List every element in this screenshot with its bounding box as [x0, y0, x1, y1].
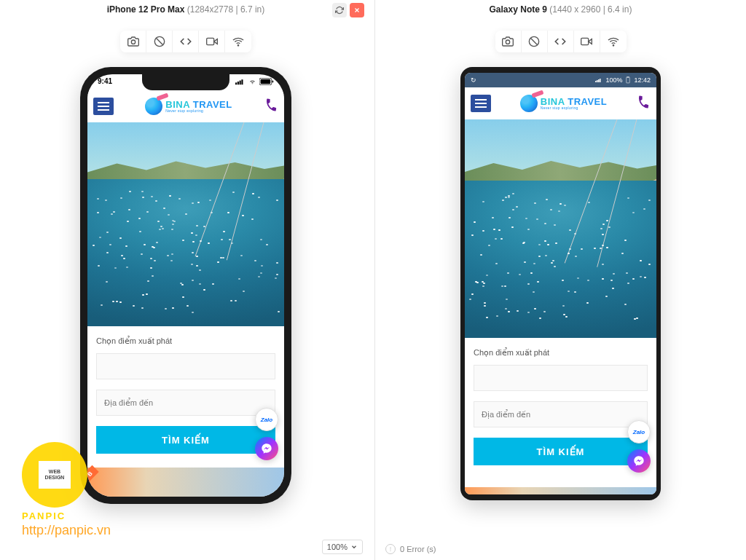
svg-rect-19: [595, 81, 597, 82]
zalo-chat-button[interactable]: Zalo: [255, 408, 278, 431]
video-button[interactable]: [199, 31, 225, 52]
svg-rect-12: [272, 80, 274, 82]
zoom-control[interactable]: 100%: [322, 540, 363, 554]
messenger-chat-button[interactable]: [255, 437, 278, 460]
refresh-button[interactable]: [332, 3, 347, 17]
svg-rect-23: [627, 77, 629, 83]
svg-rect-7: [237, 82, 239, 84]
app-header: BINA TRAVEL Never stop exploring: [87, 90, 284, 122]
menu-button[interactable]: [471, 95, 491, 112]
search-button[interactable]: TÌM KIẾM: [96, 426, 275, 454]
phone-icon[interactable]: [635, 93, 652, 114]
loading-icon: ↻: [471, 76, 476, 84]
svg-line-2: [156, 38, 162, 44]
device-title-galaxy: Galaxy Note 9 (1440 x 2960 | 6.4 in): [375, 0, 746, 16]
wifi-button[interactable]: [600, 31, 627, 52]
video-button[interactable]: [574, 31, 600, 52]
search-button[interactable]: TÌM KIẾM: [474, 438, 648, 465]
svg-rect-24: [627, 76, 629, 77]
svg-line-15: [530, 38, 537, 44]
destination-input[interactable]: Địa điểm đến: [474, 401, 648, 427]
error-indicator[interactable]: ! 0 Error (s): [385, 544, 436, 554]
svg-marker-3: [213, 39, 217, 44]
wifi-button[interactable]: [225, 31, 251, 52]
globe-icon: [520, 95, 538, 112]
brand-logo[interactable]: BINA TRAVEL Never stop exploring: [145, 98, 232, 115]
screenshot-button[interactable]: [495, 31, 522, 52]
rotate-button[interactable]: [146, 31, 173, 52]
departure-input[interactable]: [96, 353, 275, 379]
android-status-bar: ↻ 100% 12:42: [465, 73, 656, 87]
device-toolbar: [495, 31, 627, 52]
brand-logo[interactable]: BINA TRAVEL Never stop exploring: [520, 95, 607, 112]
screenshot-button[interactable]: [120, 31, 146, 52]
departure-input[interactable]: [474, 365, 648, 391]
code-button[interactable]: [548, 31, 574, 52]
app-header: BINA TRAVEL Never stop exploring: [465, 87, 656, 119]
svg-rect-22: [600, 79, 601, 82]
hero-image: [87, 122, 284, 326]
destination-input[interactable]: Địa điểm đến: [96, 390, 275, 416]
hero-image: [465, 119, 656, 338]
svg-point-5: [237, 45, 238, 46]
svg-marker-16: [589, 39, 592, 44]
phone-icon[interactable]: [262, 96, 280, 117]
rotate-button[interactable]: [522, 31, 548, 52]
menu-button[interactable]: [93, 98, 114, 115]
svg-rect-6: [235, 82, 237, 84]
zalo-chat-button[interactable]: Zalo: [627, 420, 651, 443]
globe-icon: [145, 98, 162, 115]
svg-rect-20: [597, 80, 598, 82]
svg-rect-11: [261, 79, 271, 83]
svg-point-0: [131, 40, 135, 44]
iphone-notch: [142, 74, 229, 90]
code-button[interactable]: [173, 31, 199, 52]
svg-point-18: [613, 45, 613, 46]
close-button[interactable]: [350, 3, 364, 17]
svg-rect-17: [581, 38, 589, 44]
svg-rect-21: [598, 79, 600, 82]
messenger-chat-button[interactable]: [627, 449, 651, 473]
promo-banner[interactable]: [465, 487, 656, 494]
device-title-iphone: iPhone 12 Pro Max (1284x2778 | 6.7 in): [0, 0, 372, 16]
galaxy-device-frame: ↻ 100% 12:42 BINA TRAVEL Never stop expl…: [460, 67, 661, 500]
departure-label: Chọn điểm xuất phát: [474, 348, 648, 358]
device-toolbar: [120, 31, 251, 52]
svg-rect-9: [241, 79, 243, 84]
svg-rect-4: [206, 38, 213, 44]
departure-label: Chọn điểm xuất phát: [96, 336, 275, 346]
svg-point-13: [506, 40, 509, 44]
iphone-device-frame: 9:41 BINA TRAVEL Never stop exploring: [80, 67, 291, 504]
promo-banner[interactable]: [87, 468, 284, 497]
watermark: WEB DESIGN PANPIC http://panpic.vn: [22, 442, 111, 538]
svg-rect-8: [240, 80, 241, 84]
